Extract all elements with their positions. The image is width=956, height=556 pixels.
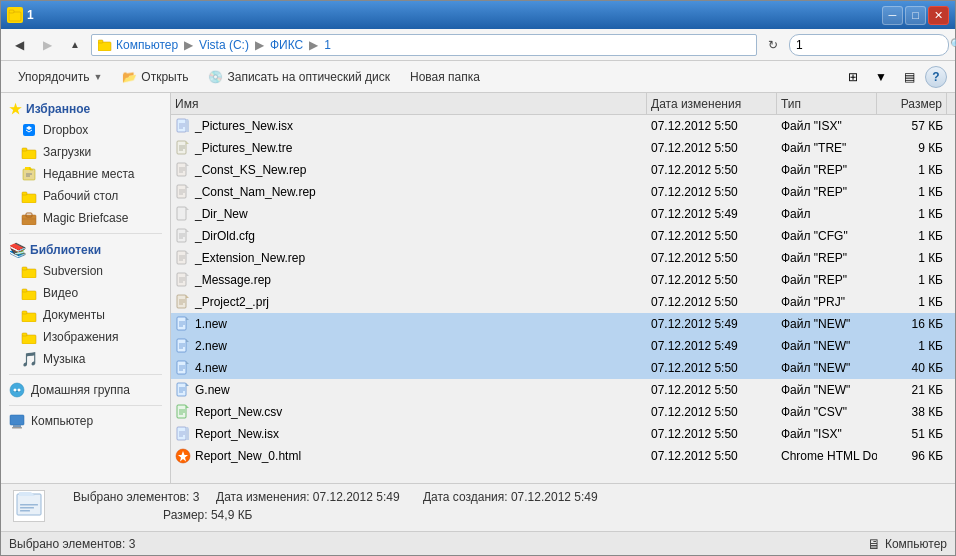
sidebar-item-documents[interactable]: Документы bbox=[1, 304, 170, 326]
svg-rect-35 bbox=[177, 295, 186, 308]
sidebar-item-video[interactable]: Видео bbox=[1, 282, 170, 304]
music-icon: 🎵 bbox=[21, 351, 37, 367]
refresh-button[interactable]: ↻ bbox=[761, 34, 785, 56]
table-row[interactable]: _Const_KS_New.rep 07.12.2012 5:50 Файл "… bbox=[171, 159, 955, 181]
file-name: 4.new bbox=[171, 360, 647, 376]
svg-rect-13 bbox=[22, 269, 36, 278]
table-row[interactable]: _Pictures_New.tre 07.12.2012 5:50 Файл "… bbox=[171, 137, 955, 159]
sidebar: ★ Избранное Dropbox Загрузки bbox=[1, 93, 171, 483]
search-box[interactable]: 🔍 bbox=[789, 34, 949, 56]
views-button[interactable]: ⊞ bbox=[841, 66, 865, 88]
table-row[interactable]: _Pictures_New.isx 07.12.2012 5:50 Файл "… bbox=[171, 115, 955, 137]
col-header-type[interactable]: Тип bbox=[777, 93, 877, 114]
preview-button[interactable]: ▤ bbox=[897, 66, 921, 88]
path-drive[interactable]: Vista (C:) bbox=[199, 38, 249, 52]
recent-icon bbox=[21, 166, 37, 182]
close-button[interactable]: ✕ bbox=[928, 6, 949, 25]
sidebar-item-computer[interactable]: Компьютер bbox=[1, 410, 170, 432]
svg-rect-3 bbox=[98, 40, 103, 43]
file-type: Файл "REP" bbox=[777, 273, 877, 287]
table-row[interactable]: Report_New.isx 07.12.2012 5:50 Файл "ISX… bbox=[171, 423, 955, 445]
file-type: Файл "ISX" bbox=[777, 427, 877, 441]
up-button[interactable]: ▲ bbox=[63, 34, 87, 56]
sidebar-item-downloads[interactable]: Загрузки bbox=[1, 141, 170, 163]
col-header-size[interactable]: Размер bbox=[877, 93, 947, 114]
file-name: _Pictures_New.tre bbox=[171, 140, 647, 156]
svg-rect-36 bbox=[177, 317, 186, 330]
path-subfolder[interactable]: 1 bbox=[324, 38, 331, 52]
sidebar-item-recent[interactable]: Недавние места bbox=[1, 163, 170, 185]
table-row[interactable]: _Message.rep 07.12.2012 5:50 Файл "REP" … bbox=[171, 269, 955, 291]
file-list[interactable]: _Pictures_New.isx 07.12.2012 5:50 Файл "… bbox=[171, 115, 955, 483]
table-row[interactable]: G.new 07.12.2012 5:50 Файл "NEW" 21 КБ bbox=[171, 379, 955, 401]
file-date: 07.12.2012 5:50 bbox=[647, 295, 777, 309]
file-type-icon bbox=[175, 118, 191, 134]
table-row[interactable]: _Const_Nam_New.rep 07.12.2012 5:50 Файл … bbox=[171, 181, 955, 203]
table-row[interactable]: _Extension_New.rep 07.12.2012 5:50 Файл … bbox=[171, 247, 955, 269]
file-type-icon bbox=[175, 338, 191, 354]
restore-button[interactable]: □ bbox=[905, 6, 926, 25]
table-row[interactable]: 4.new 07.12.2012 5:50 Файл "NEW" 40 КБ bbox=[171, 357, 955, 379]
file-type-icon bbox=[175, 250, 191, 266]
file-type: Файл "ISX" bbox=[777, 119, 877, 133]
path-folder[interactable]: ФИКС bbox=[270, 38, 303, 52]
svg-rect-40 bbox=[177, 405, 186, 418]
address-bar: ◀ ▶ ▲ Компьютер ▶ Vista (C:) ▶ ФИКС ▶ 1 … bbox=[1, 29, 955, 61]
col-header-date[interactable]: Дата изменения bbox=[647, 93, 777, 114]
organize-label: Упорядочить bbox=[18, 70, 89, 84]
path-computer[interactable]: Компьютер bbox=[116, 38, 178, 52]
search-icon[interactable]: 🔍 bbox=[950, 38, 956, 51]
sidebar-item-images[interactable]: Изображения bbox=[1, 326, 170, 348]
computer-status-icon: 🖥 bbox=[867, 536, 881, 552]
file-type: Файл "CFG" bbox=[777, 229, 877, 243]
file-type: Файл bbox=[777, 207, 877, 221]
file-list-header: Имя Дата изменения Тип Размер bbox=[171, 93, 955, 115]
table-row[interactable]: Report_New_0.html 07.12.2012 5:50 Chrome… bbox=[171, 445, 955, 467]
file-name: _Const_KS_New.rep bbox=[171, 162, 647, 178]
minimize-button[interactable]: ─ bbox=[882, 6, 903, 25]
burn-label: Записать на оптический диск bbox=[227, 70, 390, 84]
file-type-icon bbox=[175, 162, 191, 178]
open-button[interactable]: 📂 Открыть bbox=[113, 65, 197, 89]
file-size: 38 КБ bbox=[877, 405, 947, 419]
title-bar-controls: ─ □ ✕ bbox=[882, 6, 949, 25]
search-input[interactable] bbox=[796, 38, 946, 52]
main-window: 1 ─ □ ✕ ◀ ▶ ▲ Компьютер ▶ Vista (C:) ▶ Ф… bbox=[0, 0, 956, 556]
sidebar-item-music[interactable]: 🎵 Музыка bbox=[1, 348, 170, 370]
table-row[interactable]: 1.new 07.12.2012 5:49 Файл "NEW" 16 КБ bbox=[171, 313, 955, 335]
col-header-name[interactable]: Имя bbox=[171, 93, 647, 114]
table-row[interactable]: _Project2_.prj 07.12.2012 5:50 Файл "PRJ… bbox=[171, 291, 955, 313]
back-button[interactable]: ◀ bbox=[7, 34, 31, 56]
address-path[interactable]: Компьютер ▶ Vista (C:) ▶ ФИКС ▶ 1 bbox=[91, 34, 757, 56]
table-row[interactable]: 2.new 07.12.2012 5:49 Файл "NEW" 1 КБ bbox=[171, 335, 955, 357]
organize-button[interactable]: Упорядочить ▼ bbox=[9, 65, 111, 89]
file-type-icon bbox=[175, 272, 191, 288]
forward-button[interactable]: ▶ bbox=[35, 34, 59, 56]
table-row[interactable]: Report_New.csv 07.12.2012 5:50 Файл "CSV… bbox=[171, 401, 955, 423]
file-name: Report_New.isx bbox=[171, 426, 647, 442]
table-row[interactable]: _Dir_New 07.12.2012 5:49 Файл 1 КБ bbox=[171, 203, 955, 225]
sidebar-item-desktop[interactable]: Рабочий стол bbox=[1, 185, 170, 207]
library-icon: 📚 bbox=[9, 242, 26, 258]
file-name: _Extension_New.rep bbox=[171, 250, 647, 266]
file-name: _DirOld.cfg bbox=[171, 228, 647, 244]
file-type-icon bbox=[175, 228, 191, 244]
main-content: ★ Избранное Dropbox Загрузки bbox=[1, 93, 955, 483]
burn-button[interactable]: 💿 Записать на оптический диск bbox=[199, 65, 399, 89]
sidebar-item-magic[interactable]: Magic Briefcase bbox=[1, 207, 170, 229]
sidebar-item-dropbox[interactable]: Dropbox bbox=[1, 119, 170, 141]
file-date: 07.12.2012 5:50 bbox=[647, 185, 777, 199]
burn-icon: 💿 bbox=[208, 70, 223, 84]
table-row[interactable]: _DirOld.cfg 07.12.2012 5:50 Файл "CFG" 1… bbox=[171, 225, 955, 247]
new-folder-button[interactable]: Новая папка bbox=[401, 65, 489, 89]
new-folder-label: Новая папка bbox=[410, 70, 480, 84]
file-date: 07.12.2012 5:50 bbox=[647, 427, 777, 441]
file-list-container: Имя Дата изменения Тип Размер _Pictures_… bbox=[171, 93, 955, 483]
svg-rect-32 bbox=[177, 229, 186, 242]
file-size: 1 КБ bbox=[877, 229, 947, 243]
help-button[interactable]: ? bbox=[925, 66, 947, 88]
sidebar-item-subversion[interactable]: Subversion bbox=[1, 260, 170, 282]
desktop-icon bbox=[21, 188, 37, 204]
sidebar-item-homegroup[interactable]: Домашняя группа bbox=[1, 379, 170, 401]
view-arrow-button[interactable]: ▼ bbox=[869, 66, 893, 88]
